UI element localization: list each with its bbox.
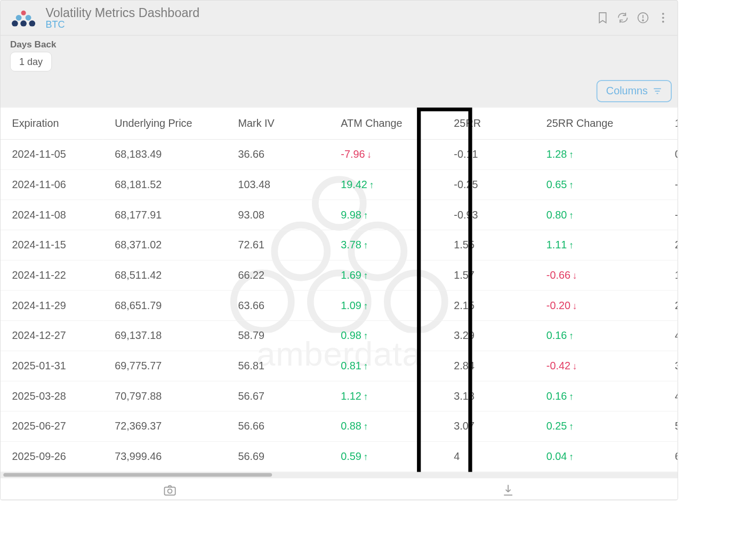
cell-mark-iv: 56.81 [227,351,329,381]
cell-25rr: 3.29 [443,321,535,351]
cell-expiration: 2024-11-05 [1,139,103,169]
table-row[interactable]: 2024-11-2268,511.4266.221.69↑1.57-0.66↓1… [1,260,678,290]
download-icon[interactable] [501,483,516,497]
cell-underlying: 68,177.91 [103,200,227,230]
days-back-label: Days Back [10,39,668,50]
svg-point-3 [12,20,18,26]
cell-expiration: 2025-06-27 [1,411,103,442]
table-row[interactable]: 2025-01-3169,775.7756.810.81↑2.84-0.42↓3… [1,351,678,381]
cell-expiration: 2025-03-28 [1,381,103,411]
svg-point-8 [642,20,644,21]
svg-point-2 [26,15,31,21]
table-wrapper: amberdata Expiration Underlying Price Ma… [1,107,678,472]
alert-icon[interactable] [636,11,649,25]
cell-underlying: 72,369.37 [103,411,227,442]
cell-underlying: 70,797.88 [103,381,227,411]
cell-15f: 2.02 [663,230,678,261]
cell-15f: 3.7 [663,351,678,381]
header-actions [596,11,670,25]
col-25rr-change[interactable]: 25RR Change [535,108,663,140]
cell-25rr: -0.93 [443,200,535,230]
cell-25rr-change: 0.65↑ [535,169,663,200]
table-row[interactable]: 2025-09-2673,999.4656.690.59↑40.04↑6.11 [1,441,678,472]
cell-15f: 5.11 [663,411,678,442]
cell-mark-iv: 63.66 [227,290,329,321]
cell-25rr-change: 1.11↑ [535,230,663,261]
table-row[interactable]: 2024-12-2769,137.1858.790.98↑3.290.16↑4.… [1,321,678,351]
cell-expiration: 2024-12-27 [1,321,103,351]
cell-atm-change: 19.42↑ [329,169,443,200]
cell-mark-iv: 72.61 [227,230,329,261]
cell-15f: -1.9 [663,169,678,200]
cell-underlying: 68,651.79 [103,290,227,321]
table-row[interactable]: 2025-03-2870,797.8856.671.12↑3.180.16↑4.… [1,381,678,411]
dashboard-panel: Volatility Metrics Dashboard BTC Days Ba… [0,0,678,500]
cell-underlying: 69,775.77 [103,351,227,381]
cell-25rr: 1.57 [443,260,535,290]
more-icon[interactable] [656,11,670,25]
cell-mark-iv: 66.22 [227,260,329,290]
cell-expiration: 2025-01-31 [1,351,103,381]
table-row[interactable]: 2025-06-2772,369.3756.660.88↑3.070.25↑5.… [1,411,678,442]
cell-underlying: 68,371.02 [103,230,227,261]
cell-mark-iv: 56.69 [227,441,329,472]
svg-point-11 [662,21,664,23]
bookmark-icon[interactable] [596,11,609,25]
cell-expiration: 2025-09-26 [1,441,103,472]
cell-mark-iv: 56.66 [227,411,329,442]
table-header-row: Expiration Underlying Price Mark IV ATM … [1,108,678,140]
cell-25rr-change: -0.20↓ [535,290,663,321]
cell-25rr-change: 0.25↑ [535,411,663,442]
columns-button-label: Columns [606,85,648,97]
cell-expiration: 2024-11-29 [1,290,103,321]
svg-rect-21 [164,487,175,495]
cell-25rr: 3.07 [443,411,535,442]
metrics-table: Expiration Underlying Price Mark IV ATM … [1,108,678,472]
cell-atm-change: 1.09↑ [329,290,443,321]
col-expiration[interactable]: Expiration [1,108,103,140]
title-block: Volatility Metrics Dashboard BTC [46,5,596,30]
cell-atm-change: 0.81↑ [329,351,443,381]
cell-atm-change: 1.69↑ [329,260,443,290]
table-row[interactable]: 2024-11-2968,651.7963.661.09↑2.15-0.20↓2… [1,290,678,321]
scrollbar-thumb[interactable] [3,473,272,476]
cell-atm-change: 0.59↑ [329,441,443,472]
col-underlying-price[interactable]: Underlying Price [103,108,227,140]
cell-25rr: 2.15 [443,290,535,321]
cell-15f: 6.11 [663,441,678,472]
col-atm-change[interactable]: ATM Change [329,108,443,140]
columns-row: Columns [1,71,678,107]
columns-filter-icon [653,86,662,96]
table-row[interactable]: 2024-11-0668,181.52103.4819.42↑-0.250.65… [1,169,678,200]
cell-15f: 4.64 [663,381,678,411]
cell-25rr-change: 0.04↑ [535,441,663,472]
horizontal-scrollbar[interactable] [1,472,678,478]
col-25rr[interactable]: 25RR [443,108,535,140]
table-row[interactable]: 2024-11-1568,371.0272.613.78↑1.551.11↑2.… [1,230,678,261]
cell-mark-iv: 58.79 [227,321,329,351]
cell-underlying: 69,137.18 [103,321,227,351]
days-back-select[interactable]: 1 day [10,52,52,71]
cell-25rr: -0.11 [443,139,535,169]
cell-25rr-change: 0.16↑ [535,321,663,351]
cell-15f: -1.8 [663,200,678,230]
svg-point-10 [662,17,664,19]
cell-15f: 4.12 [663,321,678,351]
cell-25rr-change: 0.80↑ [535,200,663,230]
cell-expiration: 2024-11-06 [1,169,103,200]
svg-point-0 [21,11,26,15]
svg-point-1 [16,15,22,21]
table-row[interactable]: 2024-11-0868,177.9193.089.98↑-0.930.80↑-… [1,200,678,230]
refresh-icon[interactable] [616,11,630,25]
col-mark-iv[interactable]: Mark IV [227,108,329,140]
table-row[interactable]: 2024-11-0568,183.4936.66-7.96↓-0.111.28↑… [1,139,678,169]
svg-point-5 [29,20,35,26]
screenshot-icon[interactable] [163,483,177,497]
col-15f[interactable]: 15F [663,108,678,140]
columns-button[interactable]: Columns [597,80,672,102]
cell-atm-change: 0.98↑ [329,321,443,351]
cell-15f: 1.49 [663,260,678,290]
cell-25rr: -0.25 [443,169,535,200]
svg-point-4 [20,20,27,26]
cell-expiration: 2024-11-08 [1,200,103,230]
